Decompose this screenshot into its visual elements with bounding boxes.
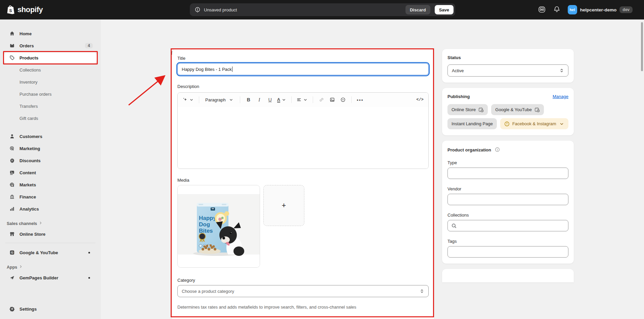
sidebar-item-label: Inventory [19,80,37,85]
text-color-button[interactable]: A [276,95,288,105]
next-card-partial [442,269,574,282]
add-media-button[interactable]: + [263,185,304,226]
insert-video-button[interactable] [338,95,348,105]
sidebar-item-label: Finance [19,194,36,199]
chevron-right-icon [19,265,23,270]
category-select[interactable]: Choose a product category [177,285,429,297]
info-icon[interactable] [495,147,500,152]
warning-icon [504,121,510,127]
sidebar: Home Orders 4 Products Collections Inven… [0,19,101,319]
manage-link[interactable]: Manage [553,94,568,99]
toolbar-divider [291,96,292,103]
title-label: Title [177,56,429,61]
sidebar-item-markets[interactable]: $ Markets [4,179,97,190]
sidebar-item-content[interactable]: Content [4,167,97,178]
video-play-icon [340,97,346,102]
sidebar-item-transfers[interactable]: Transfers [4,101,97,111]
sidebar-item-label: Markets [19,182,36,187]
scrollbar-thumb[interactable] [641,22,643,71]
sidebar-divider [5,243,95,243]
toolbar-divider [313,96,313,103]
underline-button[interactable]: U [265,95,275,105]
chevron-down-icon [228,97,234,102]
annotation-arrow [121,70,171,110]
contextual-save-bar: Unsaved product Discard Save [190,3,455,16]
marketing-icon [9,146,15,151]
title-input[interactable]: Happy Dog Bites - 1 Pack [177,63,429,75]
status-select[interactable]: Active [447,64,568,77]
sidekick-assistant-button[interactable] [538,5,546,14]
content-icon [9,170,15,175]
schedule-calendar-icon [534,107,540,112]
type-input[interactable] [447,168,568,179]
alignment-button[interactable] [295,95,309,105]
channel-pill-online-store[interactable]: Online Store [447,104,488,115]
finance-icon [9,194,15,199]
sidebar-item-analytics[interactable]: Analytics [4,203,97,214]
store-menu[interactable]: hel helpcenter-demo dev [568,5,633,14]
dev-badge: dev [619,6,633,13]
sidebar-item-label: Home [19,31,32,36]
sidebar-item-settings[interactable]: Settings [4,304,97,314]
store-name: helpcenter-demo [580,7,617,12]
customers-icon [9,134,15,139]
italic-button[interactable]: I [254,95,264,105]
settings-icon [9,306,15,312]
svg-text:Bites: Bites [199,228,213,234]
category-help-text: Determines tax rates and adds metafields… [177,305,429,310]
sidebar-item-home[interactable]: Home [4,28,97,39]
text-cursor [232,66,233,72]
sidebar-item-label: Analytics [19,207,39,212]
media-section: Happy Dog Bites [177,185,429,268]
markets-icon: $ [9,182,15,187]
publishing-title: Publishing [447,94,470,99]
sidebar-item-products[interactable]: Products [4,52,97,63]
discard-button[interactable]: Discard [405,5,430,14]
link-icon [319,97,324,102]
show-html-button[interactable]: </> [415,95,425,105]
shopify-bag-icon: S [6,5,15,15]
sidebar-item-orders[interactable]: Orders 4 [4,40,97,51]
sidebar-item-online-store[interactable]: Online Store [4,229,97,239]
toolbar-divider [351,96,352,103]
sidebar-item-gift-cards[interactable]: Gift cards [4,113,97,124]
chevron-down-icon [303,97,308,102]
sidebar-item-collections[interactable]: Collections [4,64,97,75]
google-icon: G [9,250,15,255]
channel-pill-facebook-instagram[interactable]: Facebook & Instagram [500,118,568,129]
channel-pill-google-youtube[interactable]: Google & YouTube [491,104,544,115]
description-editor-body[interactable] [178,107,428,169]
sidebar-item-label: GemPages Builder [19,275,58,280]
sidebar-header-sales-channels[interactable]: Sales channels [0,216,101,229]
product-media-thumbnail[interactable]: Happy Dog Bites [177,185,260,268]
insert-image-button[interactable] [327,95,337,105]
type-label: Type [447,160,568,165]
sidebar-item-label: Transfers [19,104,38,109]
ai-magic-button[interactable] [181,95,196,105]
save-button[interactable]: Save [435,5,454,14]
more-formatting-button[interactable]: ••• [355,95,365,105]
sidebar-item-label: Content [19,170,36,175]
insert-link-button[interactable] [316,95,327,105]
bold-button[interactable]: B [244,95,254,105]
channel-pill-instant-landing-page[interactable]: Instant Landing Page [447,118,497,129]
notifications-button[interactable] [553,6,560,14]
shopify-logo[interactable]: S shopify [0,5,43,15]
toolbar-divider [199,96,199,103]
collections-search-input[interactable] [447,220,568,231]
store-icon [9,231,15,237]
home-icon [9,31,15,36]
sidebar-header-apps[interactable]: Apps [0,259,101,272]
sidebar-item-marketing[interactable]: Marketing [4,143,97,154]
sidebar-item-customers[interactable]: Customers [4,131,97,142]
sidebar-item-inventory[interactable]: Inventory [4,77,97,87]
product-organization-card: Product organization Type Vendor Collect… [442,141,574,264]
sidebar-item-gempages-builder[interactable]: GemPages Builder [4,272,97,283]
tags-input[interactable] [447,246,568,258]
paragraph-style-dropdown[interactable]: Paragraph [203,95,237,105]
sidebar-item-purchase-orders[interactable]: Purchase orders [4,89,97,99]
sidebar-item-google-youtube[interactable]: G Google & YouTube [4,247,97,258]
sidebar-item-discounts[interactable]: Discounts [4,155,97,166]
vendor-input[interactable] [447,194,568,205]
sidebar-item-finance[interactable]: Finance [4,191,97,202]
